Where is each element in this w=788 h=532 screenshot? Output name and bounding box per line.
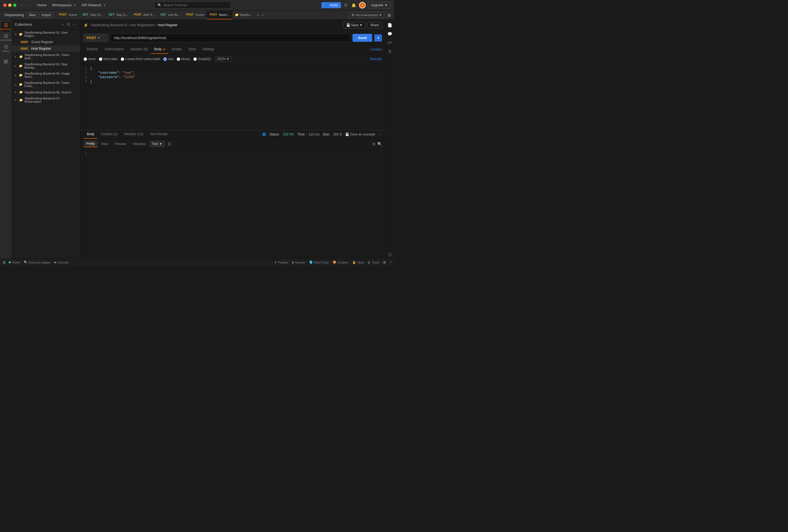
layout-toggle-btn[interactable]: ▦ <box>3 260 5 264</box>
resp-tab-cookies[interactable]: Cookies (1) <box>97 130 121 139</box>
resp-tab-test-results[interactable]: Test Results <box>146 130 171 139</box>
response-more-button[interactable]: ⋯ <box>378 133 382 137</box>
tab-scripts[interactable]: Scripts <box>168 45 185 54</box>
search-response-button[interactable]: 🔍 <box>377 142 382 146</box>
start-proxy-btn[interactable]: 🌎 Start Proxy <box>309 260 329 264</box>
body-raw-option[interactable]: raw <box>163 57 173 61</box>
sidebar-history-btn[interactable]: History <box>1 44 11 54</box>
beautify-button[interactable]: Beautify <box>370 57 382 61</box>
tab-post-add-r[interactable]: POST Add R... <box>131 11 157 19</box>
runner-btn[interactable]: ▶ Runner <box>292 260 305 264</box>
back-button[interactable]: ← <box>19 2 25 8</box>
tab-body[interactable]: Body <box>151 45 169 54</box>
environment-selector[interactable]: ☢ No environment ▼ <box>349 12 385 18</box>
vault-btn[interactable]: 🔒 Vault <box>352 260 364 264</box>
sidebar-environments-btn[interactable]: Environments <box>1 33 11 43</box>
tab-tests[interactable]: Tests <box>185 45 199 54</box>
send-options-button[interactable]: ▼ <box>374 34 382 41</box>
save-example-button[interactable]: 💾 Save as example <box>345 133 375 136</box>
tab-post-host-i[interactable]: POST Host I... <box>207 11 232 19</box>
tab-post-guest-2[interactable]: POST Guest <box>183 11 206 19</box>
sidebar-explorer-btn[interactable] <box>1 57 11 67</box>
right-resize-btn[interactable]: ⇅ <box>387 48 393 55</box>
more-collections-btn[interactable]: ⋯ <box>72 22 77 27</box>
maximize-button[interactable] <box>13 3 16 7</box>
settings-button[interactable]: ⚙ <box>343 2 349 8</box>
api-network-link[interactable]: API Network ▼ <box>79 2 108 8</box>
close-button[interactable] <box>3 3 6 7</box>
body-none-option[interactable]: none <box>83 57 96 61</box>
postbot-btn[interactable]: ★ Postbot <box>274 260 288 264</box>
collection-item[interactable]: ► 📁 StayBooking Backend 06. Search <box>12 89 80 95</box>
workspaces-link[interactable]: Workspaces ▼ <box>50 2 78 8</box>
copy-response-button[interactable]: ⧉ <box>372 142 375 146</box>
grid-btn[interactable]: ▦ <box>383 260 386 264</box>
tab-headers[interactable]: Headers (9) <box>127 45 151 54</box>
notifications-button[interactable]: 🔔 <box>351 2 357 8</box>
collection-item[interactable]: ▼ 📁 StayBooking Backend 01. User Regist.… <box>12 29 80 39</box>
filter-btn[interactable]: ☰ <box>66 22 71 27</box>
tab-params[interactable]: Params <box>83 45 101 54</box>
layout-button[interactable]: ▦ <box>387 12 392 18</box>
tab-authorization[interactable]: Authorization <box>101 45 127 54</box>
chevron-right-icon: ► <box>14 74 17 77</box>
tab-staybo[interactable]: 📁 StayBo... <box>233 11 255 19</box>
tab-post-guest-1[interactable]: POST Guest <box>56 11 79 19</box>
collection-item[interactable]: ► 📁 StayBooking Backend 04. Image Servi.… <box>12 71 80 80</box>
resp-tab-body[interactable]: Body <box>83 130 97 139</box>
body-graphql-option[interactable]: GraphQL <box>193 57 211 61</box>
tab-get-stay-g[interactable]: GET Stay G... <box>106 11 131 19</box>
cookies-status-btn[interactable]: 🍪 Cookies <box>333 260 349 264</box>
right-code-btn[interactable]: </> <box>386 39 393 46</box>
help-btn[interactable]: ? <box>390 261 391 264</box>
collection-item[interactable]: ► 📁 StayBooking Backend 02. Token Auth..… <box>12 52 80 61</box>
home-link[interactable]: Home <box>35 2 49 8</box>
save-button[interactable]: 💾 Save ▼ <box>343 22 366 28</box>
new-tab-button[interactable]: + <box>255 13 261 18</box>
search-input[interactable] <box>163 3 228 7</box>
invite-button[interactable]: 👤 Invite <box>321 2 341 8</box>
avatar[interactable]: S <box>359 2 366 8</box>
body-form-data-option[interactable]: form-data <box>99 57 117 61</box>
upgrade-button[interactable]: Upgrade ▼ <box>368 2 391 8</box>
right-comment-btn[interactable]: 💬 <box>386 31 393 37</box>
find-replace-btn[interactable]: 🔍 Find and replace <box>24 260 51 264</box>
method-selector[interactable]: POST ▼ <box>83 34 108 42</box>
import-button[interactable]: Import <box>39 12 54 18</box>
resp-raw-tab[interactable]: Raw <box>99 141 111 147</box>
collection-item[interactable]: ► 📁 StayBooking Backend 07. Reservation <box>12 95 80 104</box>
sidebar-collections-btn[interactable]: Collections <box>1 22 11 32</box>
new-button[interactable]: New <box>27 12 38 18</box>
tabs-more-button[interactable]: ›› <box>261 13 264 17</box>
online-status-btn[interactable]: Online <box>9 261 20 264</box>
cookies-link[interactable]: Cookies <box>370 47 382 51</box>
collection-item[interactable]: ► 📁 StayBooking Backend 05. Token Prote.… <box>12 80 80 89</box>
forward-button[interactable]: → <box>26 2 32 8</box>
console-btn[interactable]: ▶ Console <box>54 260 68 264</box>
list-item[interactable]: POST Host Register <box>12 45 80 52</box>
right-info-btn[interactable]: ⓘ <box>387 251 393 258</box>
body-urlencoded-option[interactable]: x-www-form-urlencoded <box>121 57 160 61</box>
share-button[interactable]: Share <box>367 22 382 28</box>
search-bar[interactable]: 🔍 <box>155 2 231 9</box>
add-collection-btn[interactable]: + <box>61 22 65 27</box>
resp-tab-headers[interactable]: Headers (13) <box>121 130 146 139</box>
collection-item[interactable]: ► 📁 StayBooking Backend 03. Stay Manag..… <box>12 61 80 71</box>
resp-pretty-tab[interactable]: Pretty <box>83 141 97 147</box>
resp-visualize-tab[interactable]: Visualize <box>130 141 149 147</box>
body-binary-option[interactable]: binary <box>177 57 190 61</box>
text-format-selector[interactable]: Text ▼ <box>150 141 165 147</box>
send-button[interactable]: Send <box>353 34 372 42</box>
minimize-button[interactable] <box>8 3 12 7</box>
tab-get-list-re[interactable]: GET List Re... <box>158 11 183 19</box>
tab-settings[interactable]: Settings <box>199 45 217 54</box>
wrap-lines-btn[interactable]: ☰ <box>168 142 171 146</box>
right-doc-btn[interactable]: 📄 <box>386 22 393 28</box>
tab-get-stay-st[interactable]: GET Stay St... <box>80 11 105 19</box>
trash-btn[interactable]: 🗑 Trash <box>368 261 379 264</box>
resp-preview-tab[interactable]: Preview <box>112 141 129 147</box>
json-format-selector[interactable]: JSON ▼ <box>215 56 232 62</box>
list-item[interactable]: POST Guest Register <box>12 39 80 45</box>
code-editor[interactable]: 1 { 2 "username": "sun", 3 "password": "… <box>80 64 385 130</box>
url-input[interactable] <box>110 34 350 42</box>
